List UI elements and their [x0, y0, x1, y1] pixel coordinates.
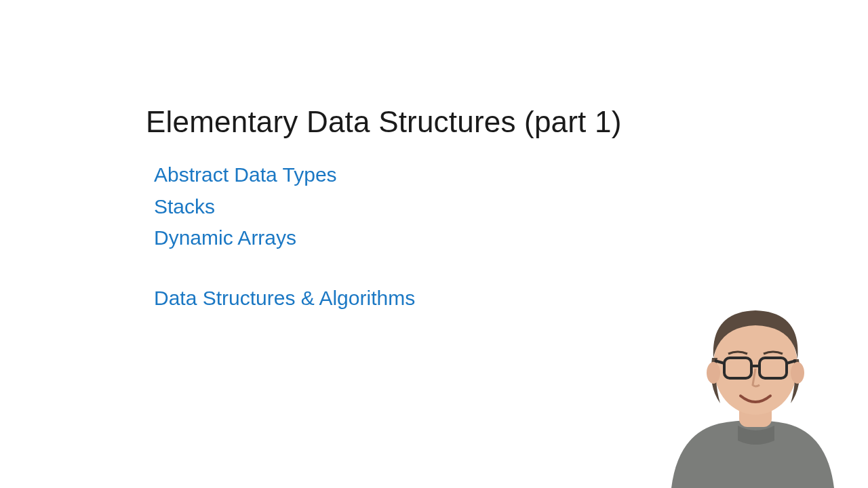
- topic-item: Stacks: [154, 191, 688, 223]
- slide-title: Elementary Data Structures (part 1): [146, 105, 688, 139]
- course-name: Data Structures & Algorithms: [154, 287, 688, 310]
- svg-point-2: [707, 362, 720, 384]
- topic-item: Dynamic Arrays: [154, 222, 688, 254]
- presenter-photo: [658, 278, 848, 488]
- person-icon: [658, 278, 848, 488]
- slide-content: Elementary Data Structures (part 1) Abst…: [146, 105, 688, 310]
- svg-point-3: [791, 362, 804, 384]
- topic-item: Abstract Data Types: [154, 159, 688, 191]
- topics-list: Abstract Data Types Stacks Dynamic Array…: [154, 159, 688, 254]
